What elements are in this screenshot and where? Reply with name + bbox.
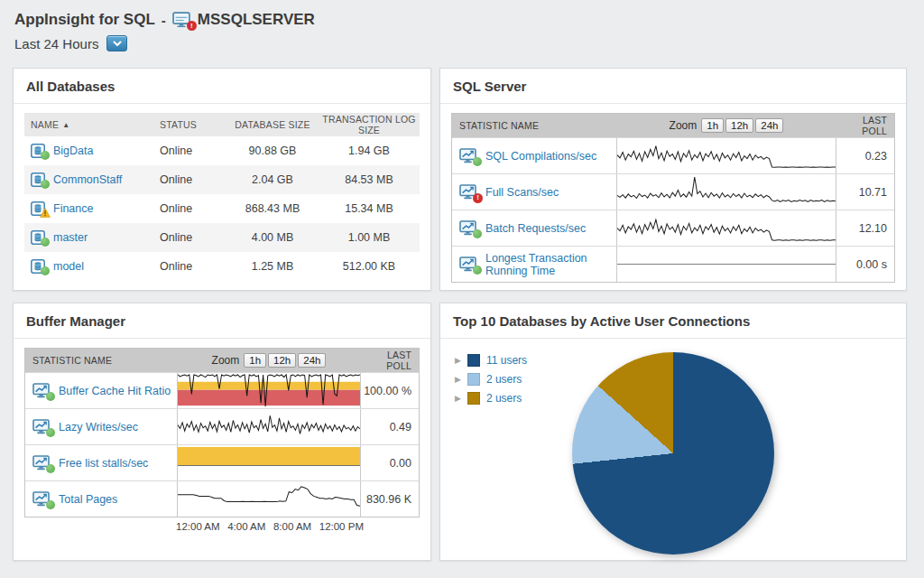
stat-link-sql-compilations[interactable]: SQL Compilations/sec [485,150,596,163]
database-link-finance[interactable]: Finance [53,202,93,215]
buffer-manager-table-header: STATISTIC NAME Zoom 1h 12h 24h LAST POLL [25,349,419,372]
column-header-last-poll: LAST POLL [836,115,894,136]
expand-arrow-icon[interactable]: ▶ [455,375,461,384]
legend-link-2-users-gold[interactable]: 2 users [486,392,522,405]
database-link-master[interactable]: master [53,231,88,244]
log-size-value: 1.94 GB [317,144,421,157]
log-size-value: 512.00 KB [317,260,421,273]
sql-server-stat-table: STATISTIC NAME Zoom 1h 12h 24h LAST POLL [451,113,895,283]
database-icon [31,172,45,187]
column-header-statistic-name: STATISTIC NAME [452,120,616,131]
sql-server-table-header: STATISTIC NAME Zoom 1h 12h 24h LAST POLL [452,114,894,137]
database-size-value: 90.88 GB [228,144,317,157]
zoom-1h-button[interactable]: 1h [244,353,266,368]
status-up-icon [473,157,482,166]
stat-link-lazy-writes[interactable]: Lazy Writes/sec [59,421,138,434]
stat-row-free-list-stalls: Free list stalls/sec 0.00 [25,444,419,480]
stat-link-batch-requests[interactable]: Batch Requests/sec [485,222,586,235]
stat-link-buffer-cache-hit-ratio[interactable]: Buffer Cache Hit Ratio [59,385,171,397]
stat-row-batch-requests: Batch Requests/sec 12.10 [452,210,894,246]
legend-color-swatch [467,392,480,405]
database-link-model[interactable]: model [53,260,84,273]
zoom-12h-button[interactable]: 12h [725,118,753,133]
legend-item: ▶ 2 users [455,392,527,405]
time-axis-tick: 4:00 AM [227,521,265,532]
legend-color-swatch [467,354,480,367]
last-poll-value: 830.96 K [361,481,419,517]
panel-title-top10: Top 10 Databases by Active User Connecti… [440,303,906,339]
database-size-value: 4.00 MB [228,231,317,244]
time-axis-tick: 8:00 AM [273,521,311,532]
status-up-icon [46,392,55,401]
stat-link-full-scans[interactable]: Full Scans/sec [485,186,559,199]
column-header-database-size[interactable]: DATABASE SIZE [228,119,317,130]
zoom-label: Zoom [212,354,240,367]
column-header-status[interactable]: STATUS [160,119,228,130]
chart-monitor-icon [459,148,477,164]
log-size-value: 1.00 MB [317,231,421,244]
time-range-dropdown-button[interactable] [106,35,127,51]
table-row-bigdata: BigData Online 90.88 GB 1.94 GB [24,136,420,165]
status-up-icon [41,266,50,275]
chart-monitor-icon [32,383,51,399]
zoom-12h-button[interactable]: 12h [268,353,296,368]
zoom-label: Zoom [670,119,698,132]
status-value: Online [160,231,228,244]
pie-legend: ▶ 11 users ▶ 2 users ▶ 2 users [455,354,527,405]
last-poll-value: 0.00 [361,445,419,480]
page-title: AppInsight for SQL [14,11,155,29]
legend-link-11-users[interactable]: 11 users [486,354,527,367]
panel-title-buffer-manager: Buffer Manager [14,303,430,339]
buffer-manager-panel: Buffer Manager STATISTIC NAME Zoom 1h 12… [13,303,431,561]
database-icon [31,230,45,245]
zoom-24h-button[interactable]: 24h [298,353,326,368]
database-link-commonstaff[interactable]: CommonStaff [53,173,122,186]
sparkline-batch-requests [616,210,836,246]
stat-row-full-scans: ! Full Scans/sec 10.71 [452,173,894,210]
column-header-name[interactable]: NAME ▲ [24,119,160,130]
last-poll-value: 0.49 [361,409,419,444]
database-link-bigdata[interactable]: BigData [53,144,93,157]
legend-color-swatch [467,373,480,386]
status-up-icon [41,180,50,189]
chart-monitor-icon [32,455,51,471]
expand-arrow-icon[interactable]: ▶ [455,356,461,365]
sparkline-buffer-cache-hit-ratio [177,373,361,408]
legend-item: ▶ 11 users [455,354,527,367]
sparkline-sql-compilations [616,138,836,173]
zoom-1h-button[interactable]: 1h [701,118,724,133]
database-icon [31,259,45,274]
status-up-icon [473,229,482,238]
database-icon [31,144,45,158]
stat-row-buffer-cache-hit-ratio: Buffer Cache Hit Ratio 100.00 % [25,372,419,408]
stat-row-lazy-writes: Lazy Writes/sec 0.49 [25,408,419,444]
status-value: Online [160,260,228,273]
last-poll-value: 12.10 [836,210,894,246]
status-value: Online [160,173,228,186]
last-poll-value: 0.00 s [836,247,894,282]
expand-arrow-icon[interactable]: ▶ [455,394,461,403]
last-poll-value: 0.23 [836,138,894,173]
server-monitor-icon: ! [172,12,191,28]
stat-link-longest-transaction[interactable]: Longest Transaction Running Time [485,252,613,277]
zoom-24h-button[interactable]: 24h [755,118,783,133]
chart-monitor-icon [32,419,51,435]
legend-item: ▶ 2 users [455,373,527,386]
database-icon [31,201,45,216]
stat-link-total-pages[interactable]: Total Pages [59,493,117,506]
sparkline-longest-transaction [616,247,836,282]
sparkline-lazy-writes [177,409,361,444]
status-critical-icon: ! [473,193,483,203]
legend-link-2-users-light-blue[interactable]: 2 users [486,373,522,386]
status-warning-icon [40,208,51,218]
column-header-transaction-log-size[interactable]: TRANSACTION LOG SIZE [317,114,421,135]
stat-link-free-list-stalls[interactable]: Free list stalls/sec [59,457,148,470]
status-up-icon [41,238,50,247]
log-size-value: 84.53 MB [317,173,421,186]
page-header: AppInsight for SQL - ! MSSQLSERVER Last … [14,11,315,51]
table-row-master: master Online 4.00 MB 1.00 MB [24,223,420,252]
column-header-statistic-name: STATISTIC NAME [25,355,177,366]
time-axis-tick: 12:00 AM [176,521,220,532]
chart-monitor-icon [459,256,477,273]
table-row-commonstaff: CommonStaff Online 2.04 GB 84.53 MB [24,165,420,194]
